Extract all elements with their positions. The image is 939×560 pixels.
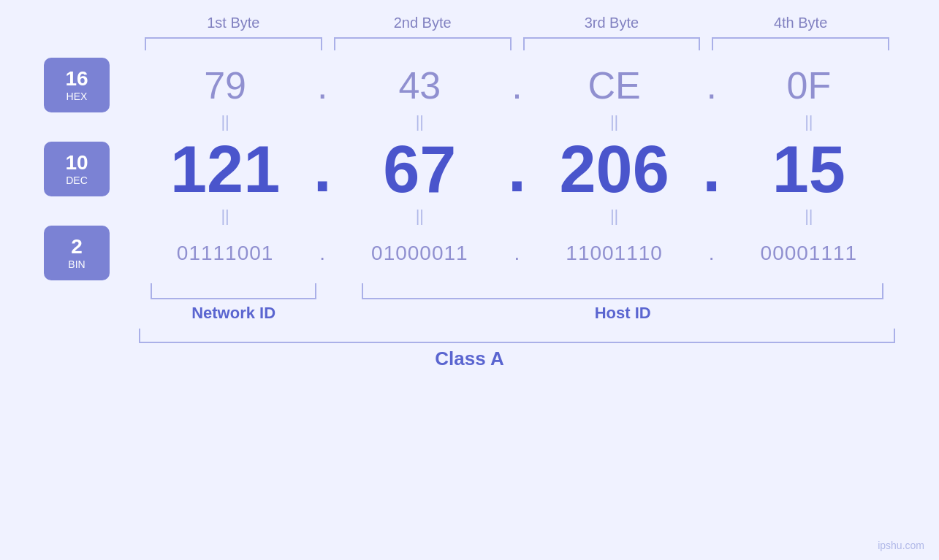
hex-row: 16 HEX 79 . 43 . CE . 0F bbox=[44, 58, 895, 112]
hex-values-row: 79 . 43 . CE . 0F bbox=[139, 64, 895, 107]
equals-1: || bbox=[139, 112, 311, 131]
dec-value-4: 15 bbox=[723, 137, 895, 202]
hex-value-1: 79 bbox=[139, 64, 311, 107]
dec-value-1: 121 bbox=[139, 137, 311, 202]
class-bracket bbox=[139, 329, 895, 343]
bottom-brackets-area: Network ID Host ID bbox=[139, 283, 895, 323]
dec-dot-1: . bbox=[311, 131, 333, 207]
hex-dot-2: . bbox=[506, 64, 528, 107]
dec-dot-3: . bbox=[701, 131, 723, 207]
equals-7: || bbox=[528, 207, 701, 226]
equals-5: || bbox=[139, 207, 311, 226]
dec-value-2: 67 bbox=[333, 137, 506, 202]
hex-dot-1: . bbox=[311, 64, 333, 107]
equals-8: || bbox=[723, 207, 895, 226]
bin-row: 2 BIN 01111001 . 01000011 . 11001110 . bbox=[44, 226, 895, 280]
dec-row: 10 DEC 121 . 67 . 206 . 15 bbox=[44, 131, 895, 207]
bin-dot-2: . bbox=[506, 242, 528, 265]
dec-values-row: 121 . 67 . 206 . 15 bbox=[139, 131, 895, 207]
byte-headers-row: 1st Byte 2nd Byte 3rd Byte 4th Byte bbox=[139, 15, 895, 37]
equals-4: || bbox=[723, 112, 895, 131]
class-label: Class A bbox=[44, 348, 895, 370]
class-row: Class A bbox=[44, 329, 895, 370]
top-bracket-2 bbox=[334, 37, 512, 50]
main-container: 1st Byte 2nd Byte 3rd Byte 4th Byte 16 H… bbox=[44, 15, 895, 370]
bottom-bracket-row bbox=[139, 283, 895, 299]
hex-badge-number: 16 bbox=[65, 68, 88, 91]
host-id-bracket bbox=[362, 283, 883, 299]
dec-badge-label: DEC bbox=[66, 174, 88, 186]
bin-values-row: 01111001 . 01000011 . 11001110 . 0000111… bbox=[139, 242, 895, 265]
bin-badge-number: 2 bbox=[71, 236, 83, 258]
dec-dot-2: . bbox=[506, 131, 528, 207]
equals-row-2: || || || || bbox=[139, 207, 895, 226]
host-id-label: Host ID bbox=[595, 304, 651, 322]
bin-dot-1: . bbox=[311, 242, 333, 265]
bin-dot-3: . bbox=[701, 242, 723, 265]
byte-header-1: 1st Byte bbox=[139, 15, 328, 37]
bin-value-3: 11001110 bbox=[528, 242, 701, 265]
bin-value-4: 00001111 bbox=[723, 242, 895, 265]
labels-row: Network ID Host ID bbox=[139, 304, 895, 323]
dec-badge-number: 10 bbox=[65, 152, 88, 174]
top-bracket-row bbox=[139, 37, 895, 50]
hex-badge: 16 HEX bbox=[44, 58, 110, 112]
bin-value-1: 01111001 bbox=[139, 242, 311, 265]
watermark: ipshu.com bbox=[878, 540, 924, 551]
hex-value-3: CE bbox=[528, 64, 701, 107]
network-id-label: Network ID bbox=[191, 304, 275, 322]
equals-2: || bbox=[333, 112, 506, 131]
hex-value-2: 43 bbox=[333, 64, 506, 107]
top-bracket-4 bbox=[712, 37, 889, 50]
byte-header-4: 4th Byte bbox=[706, 15, 895, 37]
dec-value-3: 206 bbox=[528, 137, 701, 202]
hex-dot-3: . bbox=[701, 64, 723, 107]
equals-row-1: || || || || bbox=[139, 112, 895, 131]
bin-badge: 2 BIN bbox=[44, 226, 110, 280]
host-id-label-wrap: Host ID bbox=[356, 304, 889, 323]
byte-header-2: 2nd Byte bbox=[328, 15, 517, 37]
bin-value-2: 01000011 bbox=[333, 242, 506, 265]
top-bracket-1 bbox=[145, 37, 322, 50]
equals-6: || bbox=[333, 207, 506, 226]
network-id-label-wrap: Network ID bbox=[145, 304, 322, 323]
class-bracket-wrap bbox=[139, 329, 895, 343]
net-id-bracket bbox=[151, 283, 316, 299]
byte-header-3: 3rd Byte bbox=[517, 15, 707, 37]
bin-badge-label: BIN bbox=[68, 258, 85, 270]
dec-badge: 10 DEC bbox=[44, 142, 110, 196]
equals-3: || bbox=[528, 112, 701, 131]
hex-value-4: 0F bbox=[723, 64, 895, 107]
top-bracket-3 bbox=[523, 37, 701, 50]
hex-badge-label: HEX bbox=[66, 91, 88, 102]
